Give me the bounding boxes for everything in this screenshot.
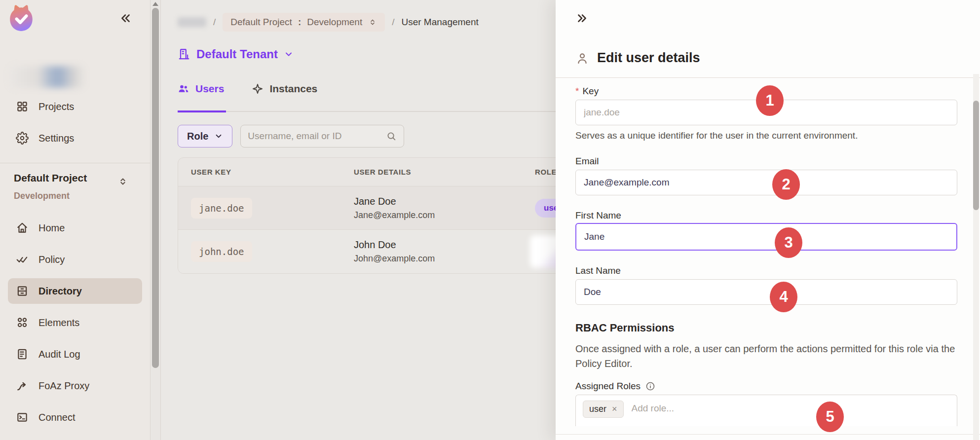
role-filter-label: Role [187,131,208,142]
table-row-john-doe[interactable]: john.doe John Doe John@example.com [178,230,556,273]
sidebar-nav: Home Policy Directory Elements [0,215,150,430]
column-header-user-details: USER DETAILS [354,168,535,176]
breadcrumb-page: User Management [401,17,478,28]
tab-label: Users [195,83,224,95]
sidebar-item-directory[interactable]: Directory [8,278,142,304]
project-selector[interactable]: Default Project Development [0,163,150,201]
assigned-roles-label: Assigned Roles [575,381,641,392]
breadcrumb: / Default Project : Development / User M… [178,13,556,32]
sidebar-item-elements[interactable]: Elements [0,310,150,335]
sidebar: Projects Settings Default Project Develo… [0,0,150,440]
role-tag-user: user × [583,401,624,418]
environment-name: Development [14,191,136,201]
assigned-roles-label-row: Assigned Roles [575,381,957,392]
remove-role-icon[interactable]: × [612,404,617,414]
vertical-scrollbar[interactable] [150,0,161,440]
breadcrumb-separator: / [392,17,394,28]
building-icon [178,48,190,61]
annotation-circle-5: 5 [816,402,844,432]
tab-label: Instances [269,83,317,95]
sidebar-item-label: Connect [38,412,75,423]
breadcrumb-project-env-pill[interactable]: Default Project : Development [223,13,385,32]
tenant-selector[interactable]: Default Tenant [178,45,294,63]
tab-instances[interactable]: Instances [252,83,319,112]
users-icon [178,83,189,95]
projects-grid-icon [16,100,29,113]
redacted-workspace-name [178,17,206,27]
directory-cabinet-icon [16,285,29,297]
panel-footer-divider [556,434,980,435]
sidebar-item-settings[interactable]: Settings [0,125,150,151]
tab-users[interactable]: Users [178,83,226,112]
sidebar-item-audit-log[interactable]: Audit Log [0,341,150,367]
user-search-input[interactable] [248,131,386,142]
add-role-input[interactable] [632,403,950,414]
filter-row: Role [178,125,556,147]
annotation-circle-3: 3 [775,227,802,258]
sidebar-item-label: Policy [38,254,65,265]
sidebar-item-label: Settings [38,133,74,144]
sidebar-item-label: Elements [38,317,79,329]
collapse-panel-icon[interactable] [575,12,588,25]
table-row-jane-doe[interactable]: jane.doe Jane Doe Jane@example.com user [178,186,556,230]
sidebar-item-label: FoAz Proxy [38,380,89,392]
scrollbar-up-arrow-icon[interactable] [152,2,158,6]
sidebar-item-label: Projects [38,101,74,112]
sidebar-item-label: Home [38,222,65,234]
person-icon [575,51,589,65]
tab-bar: Users Instances [178,83,556,112]
rbac-permissions-title: RBAC Permissions [575,322,957,334]
policy-double-check-icon [16,253,29,266]
info-icon[interactable] [645,381,655,391]
email-field[interactable] [575,170,957,195]
chevron-down-icon [214,132,223,141]
assigned-roles-input[interactable]: user × [575,395,957,426]
collapse-sidebar-icon[interactable] [119,12,132,25]
breadcrumb-project: Default Project [230,17,292,28]
last-name-field-label: Last Name [575,265,957,276]
users-table: USER KEY USER DETAILS ROLES jane.doe Jan… [178,157,556,274]
edit-user-form: * Key Serves as a unique identifier for … [556,86,980,426]
user-name: John Doe [354,239,535,251]
user-key-pill: jane.doe [191,198,252,219]
project-switcher-updown-icon[interactable] [117,176,128,187]
permit-logo-icon[interactable] [7,4,36,33]
breadcrumb-environment: Development [307,17,362,28]
email-field-label: Email [575,156,957,167]
panel-scrollbar-thumb[interactable] [973,101,979,210]
sidebar-item-label: Audit Log [38,349,80,360]
updown-caret-icon [368,18,377,27]
sidebar-item-connect[interactable]: Connect [0,404,150,430]
redacted-role-badge [530,235,556,268]
user-email: Jane@example.com [354,210,535,220]
required-asterisk: * [575,86,579,97]
sidebar-item-foaz-proxy[interactable]: FoAz Proxy [0,373,150,399]
role-badge[interactable]: user [535,199,556,218]
gear-icon [16,132,29,145]
sparkle-diamond-icon [252,83,264,95]
column-header-roles: ROLES [535,168,556,176]
last-name-field[interactable] [575,279,957,305]
connect-terminal-icon [16,411,29,424]
elements-circles-icon [16,316,29,329]
user-search-box[interactable] [240,125,404,147]
search-icon[interactable] [386,131,397,142]
column-header-user-key: USER KEY [178,168,354,176]
sidebar-item-label: Directory [38,286,82,297]
annotation-circle-4: 4 [770,282,797,312]
chevron-down-icon [284,49,294,59]
user-name: Jane Doe [354,196,535,207]
panel-header: Edit user details [556,0,980,78]
annotation-circle-1: 1 [756,85,784,116]
scrollbar-thumb[interactable] [152,8,159,368]
sidebar-item-projects[interactable]: Projects [0,94,150,119]
role-filter-button[interactable]: Role [178,125,232,147]
first-name-field-label: First Name [575,210,957,221]
sidebar-item-policy[interactable]: Policy [0,247,150,272]
first-name-field[interactable] [575,223,957,251]
main-content: / Default Project : Development / User M… [161,0,556,440]
redacted-account-name [10,66,84,88]
user-email: John@example.com [354,254,535,264]
table-header-row: USER KEY USER DETAILS ROLES [178,158,556,186]
sidebar-item-home[interactable]: Home [0,215,150,241]
